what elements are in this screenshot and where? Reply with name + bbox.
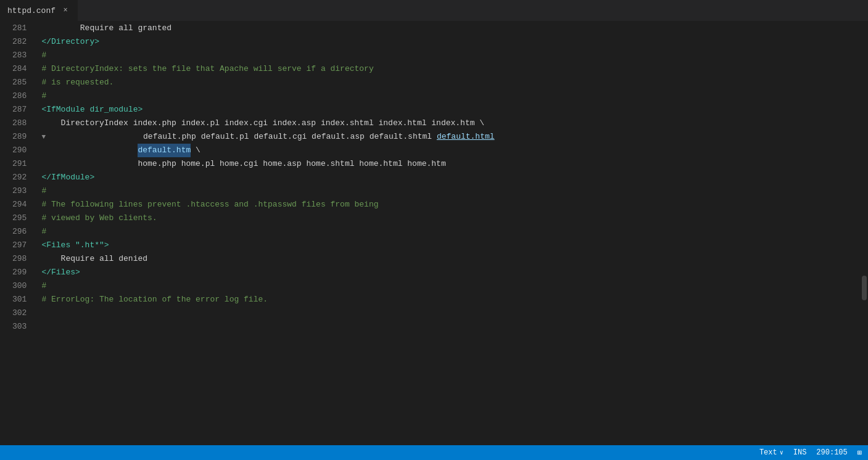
code-token: # is requested. <box>41 76 114 89</box>
table-row: # <box>41 279 859 293</box>
encoding-label: INS <box>793 448 807 457</box>
language-label: Text <box>759 448 777 457</box>
table-row: # The following lines prevent .htaccess … <box>41 198 859 212</box>
line-number: 293 <box>12 184 27 198</box>
line-number: 294 <box>12 198 27 212</box>
editor-area: 2812822832842852862872882892902912922932… <box>0 22 868 445</box>
table-row: Require all granted <box>41 22 859 35</box>
code-token: default.html <box>437 130 495 144</box>
status-position[interactable]: 290:105 <box>816 448 847 457</box>
table-row: # <box>41 184 859 198</box>
line-number: 286 <box>12 89 27 103</box>
line-number: 299 <box>12 266 27 279</box>
table-row: # DirectoryIndex: sets the file that Apa… <box>41 62 859 76</box>
code-token: # <box>41 89 46 103</box>
table-row: </Files> <box>41 266 859 279</box>
code-token: </Directory> <box>41 35 99 49</box>
line-number: 291 <box>12 157 27 171</box>
position-label: 290:105 <box>816 448 847 457</box>
line-numbers: 2812822832842852862872882892902912922932… <box>0 22 36 445</box>
line-number: 298 <box>12 252 27 266</box>
code-lines: Require all granted</Directory>## Direct… <box>36 22 859 445</box>
line-number: 301 <box>12 293 27 306</box>
table-row: Require all denied <box>41 252 859 266</box>
code-container: 2812822832842852862872882892902912922932… <box>0 22 868 445</box>
table-row: </IfModule> <box>41 171 859 184</box>
table-row: # viewed by Web clients. <box>41 212 859 225</box>
line-number: 290 <box>12 144 27 157</box>
code-token: # <box>41 49 46 62</box>
code-token: </IfModule> <box>41 171 94 184</box>
language-chevron-icon: ∨ <box>780 449 783 456</box>
code-token: # DirectoryIndex: sets the file that Apa… <box>41 62 373 76</box>
fold-arrow-icon[interactable]: ▼ <box>41 130 46 144</box>
tab-bar: httpd.conf × <box>0 0 868 22</box>
table-row: # <box>41 89 859 103</box>
tab-httpd-conf[interactable]: httpd.conf × <box>0 0 78 21</box>
code-token: # The following lines prevent .htaccess … <box>41 198 378 212</box>
table-row: ▼ default.php default.pl default.cgi def… <box>41 130 859 144</box>
code-token: default.php default.pl default.cgi defau… <box>47 130 437 144</box>
code-token: home.php home.pl home.cgi home.asp home.… <box>41 157 445 171</box>
table-row: home.php home.pl home.cgi home.asp home.… <box>41 157 859 171</box>
code-token: </Files> <box>41 266 80 279</box>
tab-filename: httpd.conf <box>7 6 56 15</box>
status-icon[interactable]: ⊞ <box>858 448 862 458</box>
table-row: <Files ".ht*"> <box>41 239 859 252</box>
line-number: 296 <box>12 225 27 239</box>
table-row: # <box>41 225 859 239</box>
status-grid-icon: ⊞ <box>858 448 862 458</box>
line-number: 297 <box>12 239 27 252</box>
line-number: 292 <box>12 171 27 184</box>
line-number: 281 <box>12 22 27 35</box>
line-number: 300 <box>12 279 27 293</box>
status-bar: Text ∨ INS 290:105 ⊞ <box>0 445 868 460</box>
status-encoding[interactable]: INS <box>793 448 807 457</box>
code-token: Require all granted <box>41 22 172 35</box>
code-token: # viewed by Web clients. <box>41 212 157 225</box>
code-token: DirectoryIndex index.php index.pl index.… <box>41 117 484 130</box>
status-language[interactable]: Text ∨ <box>759 448 783 457</box>
code-token: # <box>41 225 46 239</box>
code-token: Require all denied <box>41 252 147 266</box>
table-row: default.htm \ <box>41 144 859 157</box>
code-token: # <box>41 184 46 198</box>
editor-content[interactable]: 2812822832842852862872882892902912922932… <box>0 22 868 445</box>
line-number: 284 <box>12 62 27 76</box>
line-number: 282 <box>12 35 27 49</box>
table-row: </Directory> <box>41 35 859 49</box>
code-token: # <box>41 279 46 293</box>
line-number: 287 <box>12 103 27 117</box>
line-number: 289 <box>12 130 27 144</box>
scrollbar-thumb[interactable] <box>862 276 867 300</box>
table-row: DirectoryIndex index.php index.pl index.… <box>41 117 859 130</box>
line-number: 285 <box>12 76 27 89</box>
code-token: default.htm <box>138 144 191 157</box>
table-row: # ErrorLog: The location of the error lo… <box>41 293 859 306</box>
scrollbar-track[interactable] <box>859 22 868 445</box>
code-token: <IfModule dir_module> <box>41 103 143 117</box>
line-number: 302 <box>12 306 27 320</box>
code-token: \ <box>191 144 200 157</box>
tab-close-button[interactable]: × <box>60 6 70 15</box>
table-row: # is requested. <box>41 76 859 89</box>
line-number: 288 <box>12 117 27 130</box>
line-number: 295 <box>12 212 27 225</box>
code-token <box>41 144 138 157</box>
code-token: # ErrorLog: The location of the error lo… <box>41 293 268 306</box>
code-token: <Files ".ht*"> <box>41 239 109 252</box>
line-number: 283 <box>12 49 27 62</box>
table-row: # <box>41 49 859 62</box>
line-number: 303 <box>12 320 27 334</box>
table-row: <IfModule dir_module> <box>41 103 859 117</box>
